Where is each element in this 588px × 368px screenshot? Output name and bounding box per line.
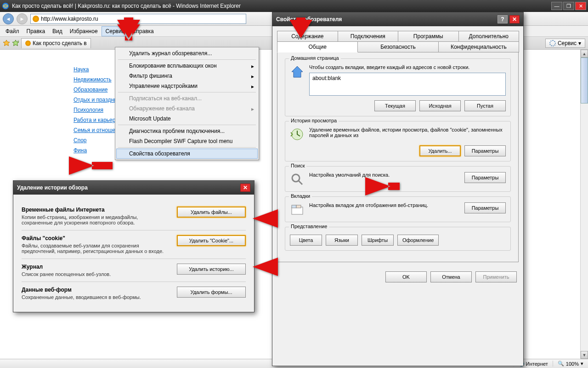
svg-rect-6 — [292, 205, 296, 208]
tab-connections[interactable]: Подключения — [338, 31, 399, 42]
window-title: Как просто сделать всё! | Kakprosto.ru: … — [12, 3, 241, 9]
history-settings-button[interactable]: Параметры — [464, 145, 506, 156]
group-label: Представление — [289, 224, 329, 229]
apply-button[interactable]: Применить — [475, 271, 517, 282]
svg-line-4 — [299, 181, 302, 184]
address-text: http://www.kakprosto.ru — [41, 16, 98, 22]
window-titlebar: Как просто сделать всё! | Kakprosto.ru: … — [0, 0, 588, 12]
default-page-button[interactable]: Исходная — [419, 100, 461, 111]
scroll-up-button[interactable]: ▲ — [581, 50, 588, 58]
tab-programs[interactable]: Программы — [398, 31, 459, 42]
favorites-star-icon[interactable] — [3, 40, 10, 47]
delete-history-dialog: Удаление истории обзора ✕ Временные файл… — [13, 180, 254, 312]
dialog-close-button[interactable]: ✕ — [509, 15, 520, 23]
cancel-button[interactable]: Отмена — [430, 271, 472, 282]
svg-rect-7 — [296, 205, 301, 208]
close-button[interactable]: ✕ — [575, 2, 586, 10]
history-section: ЖурналСписок ранее посещенных веб-узлов.… — [22, 259, 246, 282]
dd-diagnose[interactable]: Диагностика проблем подключения... — [116, 126, 258, 136]
menu-file[interactable]: Файл — [2, 27, 23, 36]
languages-button[interactable]: Языки — [326, 235, 358, 246]
homepage-input[interactable] — [309, 73, 506, 96]
tools-button[interactable]: Сервис ▾ — [545, 39, 585, 48]
tab-content[interactable]: Содержание — [277, 31, 338, 42]
dd-delete-history[interactable]: Удалить журнал обозревателя... — [116, 48, 258, 58]
back-button[interactable]: ◄ — [3, 13, 14, 24]
tabs-group: Вкладки Настройка вкладок для отображени… — [285, 196, 511, 222]
submenu-arrow-icon: ▸ — [251, 83, 254, 90]
menu-edit[interactable]: Правка — [23, 27, 49, 36]
tab-advanced[interactable]: Дополнительно — [458, 31, 520, 42]
search-settings-button[interactable]: Параметры — [464, 172, 506, 183]
svg-text:+: + — [17, 40, 19, 44]
form-data-section: Данные веб-формСохраненные данные, вводи… — [22, 282, 246, 305]
site-favicon — [33, 16, 39, 22]
tab-security[interactable]: Безопасность — [357, 41, 438, 52]
current-page-button[interactable]: Текущая — [374, 100, 416, 111]
dialog-title: Свойства обозревателя — [276, 16, 342, 23]
colors-button[interactable]: Цвета — [290, 235, 322, 246]
blank-page-button[interactable]: Пустая — [464, 100, 506, 111]
scroll-down-button[interactable]: ▼ — [581, 351, 588, 359]
fonts-button[interactable]: Шрифты — [362, 235, 394, 246]
delete-forms-button[interactable]: Удалить формы... — [177, 287, 246, 298]
dialog-titlebar[interactable]: Свойства обозревателя ? ✕ — [272, 12, 523, 26]
submenu-arrow-icon: ▸ — [251, 63, 254, 69]
group-label: Домашняя страница — [289, 55, 341, 61]
tabs-settings-button[interactable]: Параметры — [464, 202, 506, 213]
minimize-button[interactable]: — — [551, 2, 562, 10]
chevron-down-icon: ▾ — [578, 40, 581, 46]
accessibility-button[interactable]: Оформление — [397, 235, 439, 246]
group-label: История просмотра — [289, 118, 339, 123]
help-button[interactable]: ? — [498, 15, 508, 23]
tab-general[interactable]: Общие — [277, 41, 358, 52]
browser-tab[interactable]: Как просто сделать в — [21, 38, 91, 48]
add-favorite-icon[interactable]: + — [12, 40, 19, 47]
group-label: Вкладки — [289, 193, 312, 199]
delete-history-button[interactable]: Удалить историю... — [177, 264, 246, 275]
scroll-thumb[interactable] — [581, 58, 588, 104]
submenu-arrow-icon: ▸ — [251, 73, 254, 80]
gear-icon — [549, 40, 556, 46]
dd-subscribe-feed: Подписаться на веб-канал... — [116, 93, 258, 104]
homepage-group: Домашняя страница Чтобы создать вкладки,… — [285, 58, 511, 116]
ie-icon — [2, 2, 9, 10]
cookies-section: Файлы "cookie"Файлы, создаваемые веб-узл… — [22, 230, 246, 259]
svg-point-3 — [292, 174, 300, 182]
zoom-indicator[interactable]: 🔍100% ▾ — [553, 361, 588, 367]
search-group: Поиск Настройка умолчаний для поиска. Па… — [285, 166, 511, 192]
dd-internet-options[interactable]: Свойства обозревателя — [116, 149, 258, 159]
forward-button[interactable]: ► — [17, 13, 28, 24]
ok-button[interactable]: OK — [385, 271, 427, 282]
address-bar[interactable]: http://www.kakprosto.ru — [30, 14, 246, 24]
search-icon — [290, 172, 305, 187]
internet-options-dialog: Свойства обозревателя ? ✕ Содержание Под… — [272, 12, 524, 366]
vertical-scrollbar[interactable]: ▲ ▼ — [580, 50, 588, 359]
delete-history-button[interactable]: Удалить... — [419, 145, 461, 156]
history-icon — [290, 127, 305, 142]
tabs-icon — [290, 202, 305, 217]
menu-help[interactable]: Справка — [129, 27, 158, 36]
dd-sep — [118, 92, 256, 92]
dd-feed-discovery: Обнаружение веб-канала▸ — [116, 104, 258, 114]
dd-flash-decompiler[interactable]: Flash Decompiler SWF Capture tool menu — [116, 136, 258, 146]
dialog-titlebar[interactable]: Удаление истории обзора ✕ — [13, 181, 254, 195]
menu-service[interactable]: Сервис — [102, 26, 129, 36]
tab-privacy[interactable]: Конфиденциальность — [438, 41, 519, 52]
maximize-button[interactable]: ❐ — [563, 2, 574, 10]
dialog-close-button[interactable]: ✕ — [240, 184, 250, 192]
menu-view[interactable]: Вид — [49, 27, 66, 36]
dd-microsoft-update[interactable]: Microsoft Update — [116, 114, 258, 124]
dd-popup-blocker[interactable]: Блокирование всплывающих окон▸ — [116, 61, 258, 71]
dd-phishing-filter[interactable]: Фильтр фишинга▸ — [116, 71, 258, 81]
group-label: Поиск — [289, 163, 306, 168]
magnifier-icon: 🔍 — [558, 361, 564, 367]
delete-cookies-button[interactable]: Удалить "Cookie"... — [177, 235, 246, 246]
dd-manage-addons[interactable]: Управление надстройками▸ — [116, 81, 258, 91]
delete-files-button[interactable]: Удалить файлы... — [177, 207, 246, 218]
temp-files-section: Временные файлы ИнтернетаКопии веб-стран… — [22, 202, 246, 230]
appearance-group: Представление Цвета Языки Шрифты Оформле… — [285, 227, 511, 251]
tab-favicon — [25, 40, 31, 46]
menu-favorites[interactable]: Избранное — [66, 27, 102, 36]
tab-title: Как просто сделать в — [33, 40, 87, 46]
